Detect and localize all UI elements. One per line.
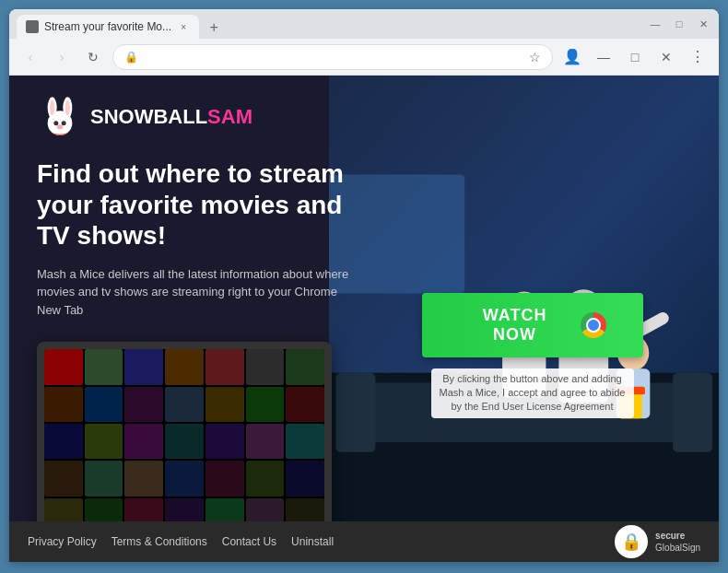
close-button[interactable]: ✕ xyxy=(695,16,711,32)
movie-thumb xyxy=(205,349,244,384)
movie-thumb xyxy=(286,424,324,459)
tab-favicon xyxy=(26,20,39,33)
laptop-screen xyxy=(44,349,324,521)
logo-rabbit-icon xyxy=(37,94,83,140)
movie-thumb xyxy=(246,387,285,422)
maximize-button[interactable]: □ xyxy=(671,16,687,32)
movie-thumb xyxy=(124,498,163,521)
movie-thumb xyxy=(246,461,285,496)
watch-now-label: WATCH NOW xyxy=(459,306,571,345)
close-btn[interactable]: ✕ xyxy=(654,45,678,69)
movie-thumb xyxy=(246,498,285,521)
terms-conditions-link[interactable]: Terms & Conditions xyxy=(112,535,207,548)
movie-thumb xyxy=(246,349,285,384)
agreement-text: By clicking the button above and adding … xyxy=(431,368,634,418)
movie-thumb xyxy=(85,461,123,496)
movie-thumb xyxy=(44,461,83,496)
movie-thumb xyxy=(124,424,163,459)
hero-right-column: WATCH NOW By clicking the button above a… xyxy=(355,158,691,521)
movie-thumb xyxy=(165,387,204,422)
back-button[interactable]: ‹ xyxy=(18,45,42,69)
svg-point-22 xyxy=(62,121,66,125)
lock-icon: 🔒 xyxy=(124,51,138,64)
laptop-mockup xyxy=(37,342,355,521)
movie-thumb xyxy=(205,498,244,521)
footer: Privacy Policy Terms & Conditions Contac… xyxy=(9,521,719,562)
tab-area: Stream your favorite Mo... × + xyxy=(17,9,641,39)
logo-sam: SAM xyxy=(207,105,252,128)
movie-thumb xyxy=(85,424,123,459)
browser-toolbar: ‹ › ↻ 🔒 ☆ 👤 — □ ✕ ⋮ xyxy=(9,39,719,76)
movie-thumb xyxy=(286,498,324,521)
movie-thumb xyxy=(44,424,83,459)
svg-point-19 xyxy=(50,100,54,116)
hero-left-column: Find out where to stream your favorite m… xyxy=(37,158,355,521)
logo-text: SNOWBALLSAM xyxy=(90,105,252,129)
hero-content: Find out where to stream your favorite m… xyxy=(37,158,691,521)
account-button[interactable]: 👤 xyxy=(560,45,584,69)
minimize-btn[interactable]: — xyxy=(592,45,616,69)
footer-links: Privacy Policy Terms & Conditions Contac… xyxy=(28,535,334,548)
movie-thumb xyxy=(165,349,204,384)
website-content: SNOWBALLSAM Find out where to stream you… xyxy=(9,76,719,562)
watch-now-button[interactable]: WATCH NOW xyxy=(422,293,643,357)
movie-thumb xyxy=(165,461,204,496)
logo-area: SNOWBALLSAM xyxy=(37,94,691,140)
movie-thumb xyxy=(85,349,123,384)
browser-window: Stream your favorite Mo... × + — □ ✕ ‹ ›… xyxy=(9,9,719,562)
tab-title: Stream your favorite Mo... xyxy=(44,20,171,33)
movie-thumb xyxy=(85,498,123,521)
secure-badge: 🔒 secure GlobalSign xyxy=(615,525,700,558)
movie-thumb xyxy=(124,349,163,384)
movie-thumb xyxy=(286,349,324,384)
contact-us-link[interactable]: Contact Us xyxy=(222,535,276,548)
minimize-button[interactable]: — xyxy=(647,16,663,32)
new-tab-button[interactable]: + xyxy=(203,17,225,39)
movie-thumb xyxy=(44,349,83,384)
tab-close-button[interactable]: × xyxy=(177,20,190,33)
hero-section: SNOWBALLSAM Find out where to stream you… xyxy=(9,76,719,521)
movie-thumb xyxy=(286,461,324,496)
movie-thumb xyxy=(44,387,83,422)
movie-thumb xyxy=(205,461,244,496)
forward-button[interactable]: › xyxy=(50,45,74,69)
movie-thumb xyxy=(44,498,83,521)
restore-btn[interactable]: □ xyxy=(623,45,647,69)
logo-snowball: SNOWBALL xyxy=(90,105,207,128)
movie-thumb xyxy=(165,424,204,459)
chrome-menu-button[interactable]: ⋮ xyxy=(686,45,710,69)
refresh-button[interactable]: ↻ xyxy=(81,45,105,69)
address-bar[interactable]: 🔒 ☆ xyxy=(112,44,553,70)
movie-thumb xyxy=(205,424,244,459)
movie-thumb xyxy=(85,387,123,422)
laptop-body xyxy=(37,342,332,521)
uninstall-link[interactable]: Uninstall xyxy=(291,535,334,548)
secure-icon: 🔒 xyxy=(615,525,648,558)
movie-thumb xyxy=(246,424,285,459)
svg-point-21 xyxy=(53,121,58,125)
privacy-policy-link[interactable]: Privacy Policy xyxy=(28,535,97,548)
movie-thumb xyxy=(286,387,324,422)
chrome-icon xyxy=(581,312,606,338)
secure-provider: GlobalSign xyxy=(655,543,700,553)
movie-thumb xyxy=(205,387,244,422)
browser-titlebar: Stream your favorite Mo... × + — □ ✕ xyxy=(9,9,719,39)
secure-text: secure GlobalSign xyxy=(655,530,700,554)
hero-title: Find out where to stream your favorite m… xyxy=(37,158,355,251)
browser-tab[interactable]: Stream your favorite Mo... × xyxy=(17,15,199,39)
movie-thumb xyxy=(165,498,204,521)
window-controls: — □ ✕ xyxy=(647,16,711,32)
svg-point-23 xyxy=(57,124,64,129)
hero-subtitle: Mash a Mice delivers all the latest info… xyxy=(37,265,350,320)
movie-thumb xyxy=(124,461,163,496)
movie-thumb xyxy=(124,387,163,422)
svg-point-20 xyxy=(65,100,70,116)
bookmark-button[interactable]: ☆ xyxy=(529,50,541,64)
secure-label: secure xyxy=(655,531,685,541)
